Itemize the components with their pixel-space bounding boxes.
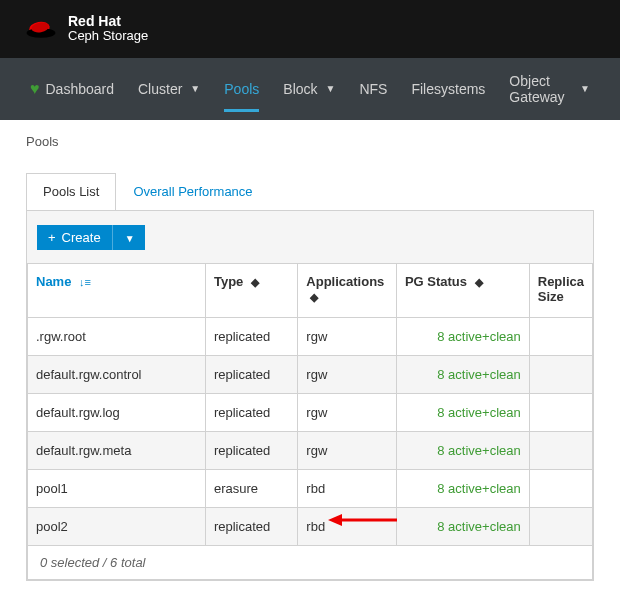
table-row[interactable]: default.rgw.logreplicatedrgw8 active+cle… — [28, 393, 593, 431]
cell-applications: rbd — [298, 507, 397, 545]
cell-applications: rgw — [298, 355, 397, 393]
cell-type: replicated — [205, 393, 297, 431]
nav-pools[interactable]: Pools — [212, 66, 271, 112]
cell-applications: rbd — [298, 469, 397, 507]
cell-name: default.rgw.control — [28, 355, 206, 393]
cell-pg-status: 8 active+clean — [396, 507, 529, 545]
tab-overall-performance[interactable]: Overall Performance — [116, 173, 269, 210]
col-pg-status[interactable]: PG Status ◆ — [396, 263, 529, 317]
nav-filesystems[interactable]: Filesystems — [399, 66, 497, 112]
col-type[interactable]: Type ◆ — [205, 263, 297, 317]
nav-object-gateway[interactable]: Object Gateway ▼ — [497, 58, 602, 120]
create-button[interactable]: + Create — [37, 225, 112, 250]
sort-icon: ◆ — [310, 291, 318, 303]
table-row[interactable]: pool1erasurerbd8 active+clean — [28, 469, 593, 507]
table-row[interactable]: default.rgw.metareplicatedrgw8 active+cl… — [28, 431, 593, 469]
cell-type: replicated — [205, 431, 297, 469]
cell-name: pool2 — [28, 507, 206, 545]
table-footer: 0 selected / 6 total — [28, 545, 593, 579]
cell-name: .rgw.root — [28, 317, 206, 355]
cell-pg-status: 8 active+clean — [396, 469, 529, 507]
cell-applications: rgw — [298, 393, 397, 431]
cell-name: default.rgw.log — [28, 393, 206, 431]
caret-down-icon: ▼ — [125, 233, 135, 244]
caret-down-icon: ▼ — [190, 83, 200, 94]
nav-cluster[interactable]: Cluster ▼ — [126, 66, 212, 112]
logo: Red Hat Ceph Storage — [24, 14, 148, 44]
col-applications[interactable]: Applications ◆ — [298, 263, 397, 317]
cell-type: replicated — [205, 507, 297, 545]
create-dropdown-button[interactable]: ▼ — [112, 225, 145, 250]
cell-replica-size — [529, 507, 592, 545]
cell-name: pool1 — [28, 469, 206, 507]
tabs: Pools List Overall Performance — [26, 173, 594, 210]
cell-type: replicated — [205, 317, 297, 355]
col-replica-size[interactable]: Replica Size — [529, 263, 592, 317]
brand-line2: Ceph Storage — [68, 29, 148, 43]
nav-dashboard[interactable]: ♥ Dashboard — [18, 65, 126, 113]
table-row[interactable]: default.rgw.controlreplicatedrgw8 active… — [28, 355, 593, 393]
plus-icon: + — [48, 230, 56, 245]
cell-replica-size — [529, 469, 592, 507]
sort-icon: ◆ — [251, 276, 259, 288]
breadcrumb: Pools — [0, 120, 620, 163]
cell-applications: rgw — [298, 317, 397, 355]
cell-replica-size — [529, 431, 592, 469]
tab-pools-list[interactable]: Pools List — [26, 173, 116, 210]
app-header: Red Hat Ceph Storage — [0, 0, 620, 58]
cell-pg-status: 8 active+clean — [396, 317, 529, 355]
svg-marker-4 — [328, 514, 342, 526]
heartbeat-icon: ♥ — [30, 80, 40, 98]
table-row[interactable]: .rgw.rootreplicatedrgw8 active+clean — [28, 317, 593, 355]
redhat-icon — [24, 17, 58, 41]
cell-replica-size — [529, 317, 592, 355]
cell-pg-status: 8 active+clean — [396, 355, 529, 393]
cell-type: replicated — [205, 355, 297, 393]
toolbar: + Create ▼ — [27, 225, 593, 263]
cell-applications: rgw — [298, 431, 397, 469]
cell-name: default.rgw.meta — [28, 431, 206, 469]
cell-type: erasure — [205, 469, 297, 507]
cell-replica-size — [529, 393, 592, 431]
col-name[interactable]: Name ↓≡ — [28, 263, 206, 317]
caret-down-icon: ▼ — [580, 83, 590, 94]
sort-icon: ◆ — [475, 276, 483, 288]
pools-table: Name ↓≡ Type ◆ Applications ◆ PG Status … — [27, 263, 593, 580]
cell-pg-status: 8 active+clean — [396, 431, 529, 469]
table-row[interactable]: pool2replicatedrbd8 active+clean — [28, 507, 593, 545]
nav-nfs[interactable]: NFS — [347, 66, 399, 112]
pools-panel: + Create ▼ Name ↓≡ Type ◆ Applications ◆ — [26, 210, 594, 581]
cell-pg-status: 8 active+clean — [396, 393, 529, 431]
nav-block[interactable]: Block ▼ — [271, 66, 347, 112]
brand-line1: Red Hat — [68, 14, 148, 29]
cell-replica-size — [529, 355, 592, 393]
main-nav: ♥ Dashboard Cluster ▼ Pools Block ▼ NFS … — [0, 58, 620, 120]
caret-down-icon: ▼ — [326, 83, 336, 94]
sort-asc-icon: ↓≡ — [79, 276, 91, 288]
